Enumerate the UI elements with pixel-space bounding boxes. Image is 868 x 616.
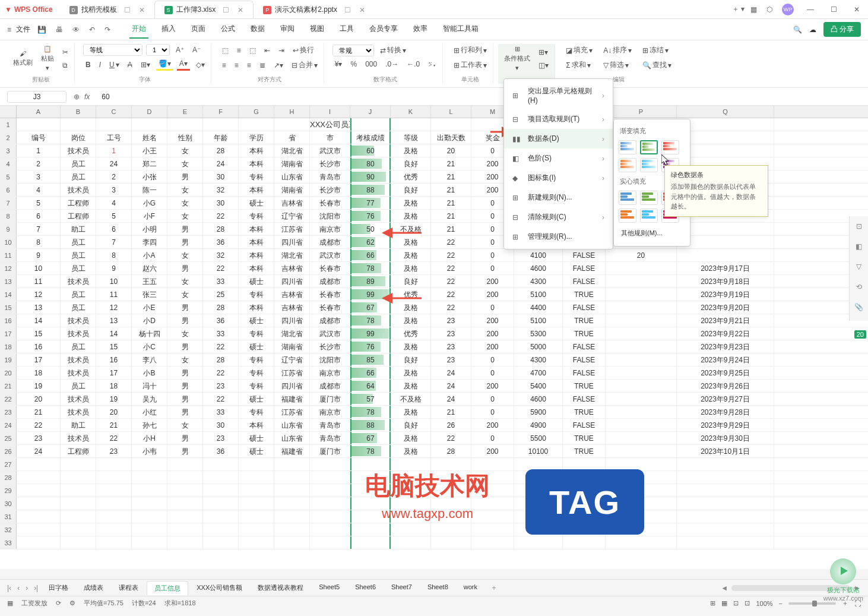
cell[interactable] [61, 536, 96, 549]
cell[interactable]: 0 [471, 249, 514, 261]
cell[interactable]: 张三 [132, 288, 167, 301]
cell[interactable]: 21 [431, 210, 471, 222]
ribbon-tab[interactable]: 插入 [159, 20, 178, 39]
cell[interactable] [167, 118, 203, 131]
cell[interactable]: 南京市 [310, 367, 350, 379]
cell[interactable]: 湖南省 [274, 157, 310, 170]
cell[interactable]: 13 [17, 301, 61, 314]
cell[interactable]: 23 [96, 445, 132, 457]
cell[interactable]: 5900 [514, 406, 563, 418]
cell[interactable]: XXX公司员工信息 [310, 118, 350, 131]
cell[interactable]: 山东省 [274, 170, 310, 183]
cell[interactable]: 22 [203, 340, 239, 353]
undo-icon[interactable]: ↶ [87, 24, 97, 35]
cell[interactable]: 员工 [61, 288, 96, 301]
cell[interactable]: 孙七 [132, 419, 167, 431]
cell[interactable] [203, 497, 239, 510]
cell[interactable]: 及格 [391, 197, 431, 209]
cell[interactable]: 2023年9月27日 [677, 393, 774, 405]
sheet-tab[interactable]: 成绩表 [77, 581, 110, 595]
apps-icon[interactable]: ▦ [750, 5, 757, 14]
cell[interactable] [167, 458, 203, 470]
cell[interactable] [61, 523, 96, 536]
row-header[interactable]: 23 [0, 406, 17, 418]
cell[interactable]: 4700 [514, 367, 563, 379]
cell[interactable]: 21 [431, 223, 471, 235]
cell[interactable]: 员工 [61, 262, 96, 274]
ribbon-tab[interactable]: 智能工具箱 [441, 20, 481, 39]
cell[interactable]: 12 [96, 301, 132, 314]
convert-button[interactable]: ⇄ 转换▾ [378, 44, 408, 56]
tab-close-icon[interactable]: ✕ [139, 6, 145, 14]
cell[interactable]: 出勤天数 [431, 131, 471, 144]
row-header[interactable]: 19 [0, 353, 17, 366]
sheet-tab[interactable]: Sheet8 [420, 581, 455, 595]
cell[interactable]: 湖南省 [274, 340, 310, 353]
cell[interactable] [677, 131, 774, 144]
cell[interactable] [167, 523, 203, 536]
cell[interactable] [391, 536, 431, 549]
align-mid-icon[interactable]: ≡ [235, 45, 243, 56]
cell[interactable] [310, 458, 350, 470]
cell[interactable]: 24 [96, 157, 132, 170]
sheet-tab[interactable]: Sheet7 [384, 581, 419, 595]
cell[interactable]: 工程师 [61, 197, 96, 209]
cell[interactable]: 21 [17, 406, 61, 418]
cell[interactable]: 22 [431, 262, 471, 274]
row-header[interactable]: 1 [0, 118, 17, 131]
cell[interactable]: 郑二 [132, 157, 167, 170]
cell[interactable]: 23 [203, 380, 239, 392]
cell[interactable]: 78 [350, 314, 391, 327]
row-header[interactable]: 9 [0, 223, 17, 235]
side-select-icon[interactable]: ⊡ [853, 222, 865, 234]
cell[interactable]: 专科 [239, 380, 274, 392]
cell[interactable]: 1 [17, 144, 61, 157]
currency-icon[interactable]: ¥▾ [332, 59, 345, 70]
gradient-red-swatch[interactable] [661, 140, 679, 154]
cell[interactable]: 女 [167, 197, 203, 209]
cell[interactable]: 88 [350, 419, 391, 431]
cell[interactable]: 5000 [514, 340, 563, 353]
minimize-button[interactable]: — [803, 5, 818, 14]
cell[interactable]: 湖南省 [274, 184, 310, 196]
cell[interactable]: 专科 [239, 406, 274, 418]
cell[interactable]: 200 [471, 445, 514, 457]
file-menu[interactable]: 文件 [16, 24, 30, 34]
cell[interactable] [677, 458, 774, 470]
cf-data-bars[interactable]: ▮▮数据条(D)› [504, 129, 613, 149]
cell[interactable] [606, 327, 677, 340]
clear-format-icon[interactable]: ◇▾ [194, 59, 207, 70]
cell[interactable]: 长春市 [310, 288, 350, 301]
cell[interactable] [563, 536, 606, 549]
cf-icon-sets[interactable]: ◆图标集(I)› [504, 168, 613, 188]
cell[interactable] [203, 118, 239, 131]
paste-button[interactable]: 📋粘贴▾ [39, 44, 56, 73]
cell[interactable]: 5100 [514, 314, 563, 327]
cell[interactable] [274, 484, 310, 497]
align-top-icon[interactable]: ⬚ [220, 45, 231, 56]
cell[interactable]: 员工 [61, 340, 96, 353]
cell[interactable] [239, 458, 274, 470]
cell[interactable]: 17 [96, 367, 132, 379]
cell[interactable]: 不及格 [391, 393, 431, 405]
cell[interactable] [606, 380, 677, 392]
cell[interactable]: 22 [17, 419, 61, 431]
filter-button[interactable]: ▽ 筛选▾ [601, 59, 634, 71]
column-header[interactable]: P [606, 106, 677, 118]
solid-orange-swatch[interactable] [619, 209, 636, 223]
cell[interactable]: 4300 [514, 275, 563, 288]
percent-icon[interactable]: % [348, 59, 359, 70]
cell[interactable]: 本科 [239, 236, 274, 248]
cf-manage-rules[interactable]: ⊞管理规则(R)... [504, 227, 613, 247]
sheet-nav-next[interactable]: › [23, 584, 30, 592]
cell[interactable]: 22 [431, 432, 471, 444]
cell[interactable]: 11 [17, 275, 61, 288]
cell[interactable]: 22 [203, 393, 239, 405]
cell[interactable]: 1 [96, 144, 132, 157]
cell[interactable]: 20 [96, 406, 132, 418]
cell[interactable]: 技术员 [61, 314, 96, 327]
cell[interactable] [391, 118, 431, 131]
row-header[interactable]: 21 [0, 380, 17, 392]
cell[interactable]: 6 [17, 210, 61, 222]
cell[interactable]: 员工 [61, 170, 96, 183]
